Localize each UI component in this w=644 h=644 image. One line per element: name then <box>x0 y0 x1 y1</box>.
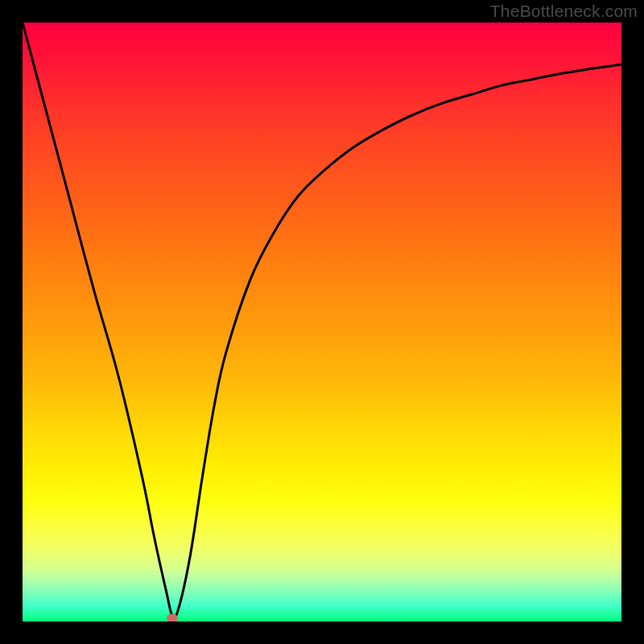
plot-area <box>23 23 621 621</box>
bottleneck-curve-path <box>23 23 621 618</box>
minimum-marker <box>167 614 178 621</box>
curve-layer <box>23 23 621 621</box>
attribution-text: TheBottleneck.com <box>490 2 638 21</box>
chart-frame: TheBottleneck.com <box>0 0 644 644</box>
